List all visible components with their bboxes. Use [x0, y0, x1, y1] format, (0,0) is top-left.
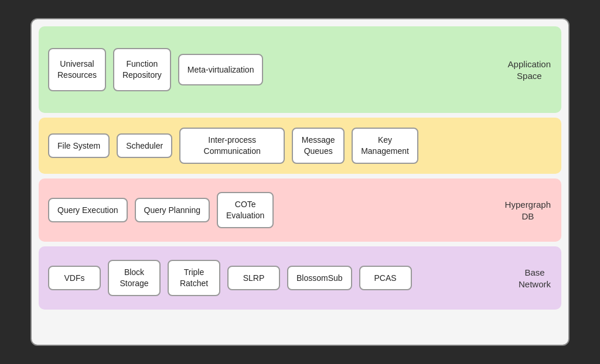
architecture-diagram: UniversalResources FunctionRepository Me… [30, 18, 570, 346]
component-triple-ratchet: TripleRatchet [168, 260, 220, 296]
component-universal-resources: UniversalResources [48, 48, 106, 91]
component-message-queues: MessageQueues [292, 128, 345, 164]
component-block-storage: BlockStorage [108, 260, 161, 296]
component-blossomsub: BlossomSub [287, 266, 352, 291]
layer-application-space: UniversalResources FunctionRepository Me… [39, 26, 561, 113]
layer-app-label: ApplicationSpace [508, 59, 551, 81]
layer-os-services: File System Scheduler Inter-processCommu… [39, 118, 561, 174]
component-query-planning: Query Planning [135, 198, 210, 223]
layer-db-label: HypergraphDB [505, 199, 551, 222]
component-query-execution: Query Execution [48, 198, 128, 223]
component-inter-process-comm: Inter-processCommunication [179, 128, 285, 164]
component-pcas: PCAS [359, 266, 412, 291]
component-file-system: File System [48, 133, 110, 159]
component-key-management: KeyManagement [352, 128, 418, 164]
component-scheduler: Scheduler [117, 133, 172, 159]
layer-base-network: VDFs BlockStorage TripleRatchet SLRP Blo… [39, 246, 561, 310]
layer-hypergraph-db: Query Execution Query Planning COTeEvalu… [39, 178, 561, 242]
component-vdfs: VDFs [48, 266, 101, 291]
component-cote-evaluation: COTeEvaluation [217, 192, 274, 228]
component-meta-virtualization: Meta-virtualization [178, 54, 264, 86]
component-slrp: SLRP [227, 266, 280, 291]
component-function-repository: FunctionRepository [113, 48, 171, 91]
layer-net-label: BaseNetwork [519, 267, 551, 290]
